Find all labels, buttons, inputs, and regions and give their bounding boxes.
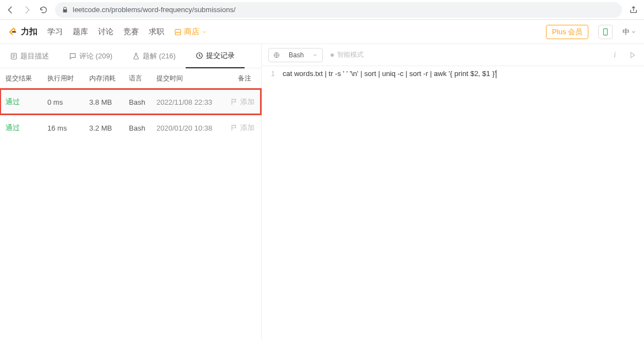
share-button[interactable] — [629, 5, 638, 15]
tab-submissions[interactable]: 提交记录 — [186, 44, 245, 68]
run-button[interactable] — [627, 50, 637, 60]
nav-problems[interactable]: 题库 — [73, 27, 88, 37]
left-panel: 题目描述 评论 (209) 题解 (216) 提交记录 提交结果 执行用时 内存… — [0, 44, 262, 340]
mobile-button[interactable] — [598, 25, 613, 39]
flag-icon — [230, 98, 238, 106]
language-select-label: Bash — [289, 51, 304, 59]
tab-comments[interactable]: 评论 (209) — [59, 44, 122, 68]
line-gutter: 1 — [262, 66, 279, 340]
code-text: cat words.txt | tr -s ' ' '\n' | sort | … — [283, 69, 496, 78]
flag-icon — [230, 124, 238, 132]
col-date: 提交时间 — [156, 74, 217, 83]
nav-jobs[interactable]: 求职 — [149, 27, 164, 37]
back-button[interactable] — [6, 5, 15, 15]
submissions-table: 提交结果 执行用时 内存消耗 语言 提交时间 备注 通过 0 ms 3.8 MB… — [0, 68, 261, 141]
tab-solutions[interactable]: 题解 (216) — [122, 44, 186, 68]
code-editor[interactable]: 1 cat words.txt | tr -s ' ' '\n' | sort … — [262, 66, 644, 340]
problem-tabs: 题目描述 评论 (209) 题解 (216) 提交记录 — [0, 44, 261, 68]
smart-mode-label: 智能模式 — [337, 50, 364, 60]
col-runtime: 执行用时 — [47, 74, 89, 83]
play-icon — [629, 51, 636, 59]
smart-mode[interactable]: 智能模式 — [331, 50, 364, 60]
cursor — [496, 70, 496, 78]
clock-icon — [196, 52, 203, 60]
col-note: 备注 — [217, 74, 256, 83]
runtime-value: 0 ms — [47, 98, 89, 106]
language-switch[interactable]: 中 — [623, 27, 636, 37]
tab-description[interactable]: 题目描述 — [0, 44, 59, 68]
plus-member-button[interactable]: Plus 会员 — [546, 25, 588, 39]
chevron-down-icon — [202, 29, 207, 35]
comment-icon — [69, 52, 77, 60]
nav-contest[interactable]: 竞赛 — [123, 27, 139, 37]
tab-description-label: 题目描述 — [20, 51, 49, 61]
url-text: leetcode.cn/problems/word-frequency/subm… — [73, 6, 236, 14]
url-bar[interactable]: leetcode.cn/problems/word-frequency/subm… — [55, 2, 622, 18]
store-icon — [174, 28, 182, 36]
brand-text: 力扣 — [21, 26, 37, 37]
editor-header: Bash 智能模式 i — [262, 44, 644, 66]
line-number: 1 — [262, 69, 275, 78]
status-dot-icon — [331, 53, 334, 57]
lang-value: Bash — [129, 124, 156, 132]
date-value: 2020/01/20 10:38 — [156, 124, 217, 132]
tab-submissions-label: 提交记录 — [206, 51, 235, 61]
chevron-down-icon — [631, 29, 636, 35]
memory-value: 3.2 MB — [89, 124, 129, 132]
result-link[interactable]: 通过 — [6, 123, 47, 133]
tab-solutions-label: 题解 (216) — [143, 51, 176, 61]
tab-comments-label: 评论 (209) — [79, 51, 112, 61]
note-label: 添加 — [240, 123, 255, 133]
language-select[interactable]: Bash — [268, 48, 323, 62]
reload-button[interactable] — [39, 5, 48, 15]
right-panel: Bash 智能模式 i 1 cat words.txt | tr -s ' ' … — [262, 44, 644, 340]
memory-value: 3.8 MB — [89, 98, 129, 106]
result-link[interactable]: 通过 — [6, 97, 47, 107]
col-result: 提交结果 — [6, 74, 47, 83]
svg-point-1 — [605, 33, 605, 34]
language-label: 中 — [623, 27, 630, 37]
logo[interactable]: 力扣 — [8, 26, 37, 37]
forward-button[interactable] — [22, 5, 32, 15]
nav-store[interactable]: 商店 — [174, 27, 207, 37]
lang-value: Bash — [129, 98, 156, 106]
table-header: 提交结果 执行用时 内存消耗 语言 提交时间 备注 — [0, 74, 261, 89]
note-label: 添加 — [240, 97, 255, 107]
nav-discuss[interactable]: 讨论 — [98, 27, 113, 37]
table-row[interactable]: 通过 16 ms 3.2 MB Bash 2020/01/20 10:38 添加 — [0, 115, 261, 141]
table-row[interactable]: 通过 0 ms 3.8 MB Bash 2022/11/08 22:33 添加 — [0, 89, 261, 115]
date-value: 2022/11/08 22:33 — [156, 98, 217, 106]
note-action[interactable]: 添加 — [217, 123, 256, 133]
logo-icon — [8, 27, 18, 37]
editor-actions: i — [610, 50, 637, 60]
nav-store-label: 商店 — [184, 27, 199, 37]
flask-icon — [132, 52, 140, 60]
site-header: 力扣 学习 题库 讨论 竞赛 求职 商店 Plus 会员 中 — [0, 20, 644, 44]
main: 题目描述 评论 (209) 题解 (216) 提交记录 提交结果 执行用时 内存… — [0, 44, 644, 340]
globe-icon — [273, 52, 280, 58]
col-lang: 语言 — [129, 74, 156, 83]
runtime-value: 16 ms — [47, 124, 89, 132]
chevron-down-icon — [312, 52, 318, 58]
nav-learn[interactable]: 学习 — [47, 27, 63, 37]
description-icon — [10, 52, 18, 60]
info-button[interactable]: i — [610, 50, 620, 60]
note-action[interactable]: 添加 — [217, 97, 256, 107]
col-memory: 内存消耗 — [89, 74, 129, 83]
mobile-icon — [602, 28, 609, 36]
lock-icon — [62, 7, 68, 13]
code-content[interactable]: cat words.txt | tr -s ' ' '\n' | sort | … — [279, 66, 644, 340]
browser-bar: leetcode.cn/problems/word-frequency/subm… — [0, 0, 644, 20]
